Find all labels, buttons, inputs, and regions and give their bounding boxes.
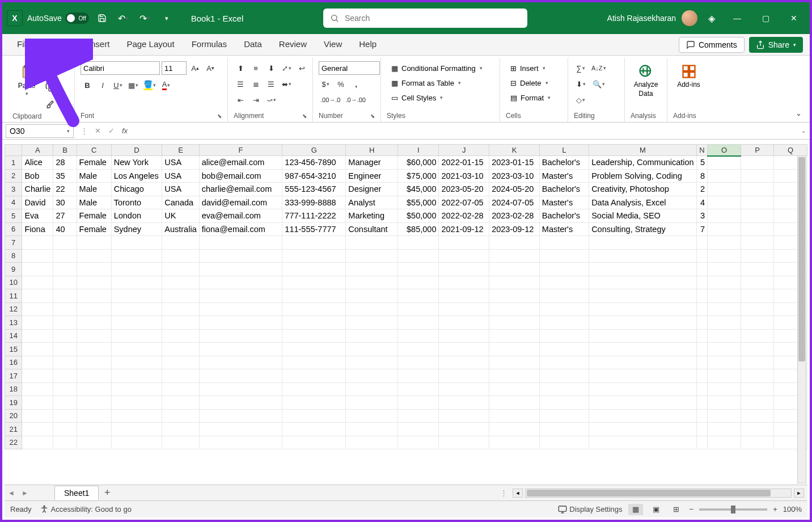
cell-H8[interactable] <box>346 249 398 263</box>
cell-H13[interactable] <box>346 316 398 330</box>
percent-format-button[interactable]: % <box>334 77 348 91</box>
tab-page-layout[interactable]: Page Layout <box>119 35 182 55</box>
cell-J11[interactable] <box>439 289 489 303</box>
cell-A13[interactable] <box>22 316 53 330</box>
cell-M22[interactable] <box>589 436 697 449</box>
cell-C1[interactable]: Female <box>77 156 111 170</box>
cell-O16[interactable] <box>708 356 741 369</box>
cell-C6[interactable]: Female <box>77 222 111 236</box>
cell-H17[interactable] <box>346 369 398 383</box>
zoom-slider[interactable] <box>699 508 767 511</box>
autosave-switch[interactable]: Off <box>65 12 89 24</box>
row-header-10[interactable]: 10 <box>5 276 22 289</box>
sheet-options-button[interactable]: ⋮ <box>497 486 510 500</box>
column-header-Q[interactable]: Q <box>774 145 807 156</box>
cell-N12[interactable] <box>696 302 707 316</box>
minimize-button[interactable]: — <box>726 9 748 27</box>
increase-font-button[interactable]: A▴ <box>188 61 202 75</box>
cell-M2[interactable]: Problem Solving, Coding <box>589 169 697 183</box>
cell-E7[interactable] <box>162 236 199 250</box>
cell-L10[interactable] <box>539 276 589 289</box>
cell-K12[interactable] <box>489 302 540 316</box>
row-header-7[interactable]: 7 <box>5 236 22 250</box>
cell-B14[interactable] <box>53 329 77 343</box>
cell-L21[interactable] <box>539 423 589 436</box>
cell-O7[interactable] <box>708 236 741 250</box>
cell-N19[interactable] <box>696 396 707 410</box>
row-header-13[interactable]: 13 <box>5 316 22 330</box>
cell-A9[interactable] <box>22 263 53 276</box>
cell-C19[interactable] <box>77 396 111 410</box>
cell-M1[interactable]: Leadership, Communication <box>589 156 697 170</box>
cell-P3[interactable] <box>741 183 773 196</box>
cell-N18[interactable] <box>696 382 707 396</box>
save-icon[interactable] <box>94 10 111 27</box>
cell-D17[interactable] <box>111 369 162 383</box>
cell-A19[interactable] <box>22 396 53 410</box>
row-header-6[interactable]: 6 <box>5 222 22 236</box>
cell-K16[interactable] <box>489 356 540 369</box>
row-header-22[interactable]: 22 <box>5 436 22 449</box>
cell-B22[interactable] <box>53 436 77 449</box>
cell-A12[interactable] <box>22 302 53 316</box>
cell-J18[interactable] <box>439 382 489 396</box>
conditional-formatting-button[interactable]: ▦Conditional Formatting▾ <box>387 61 487 75</box>
cell-I13[interactable] <box>398 316 439 330</box>
cell-M5[interactable]: Social Media, SEO <box>589 209 697 223</box>
cell-B11[interactable] <box>53 289 77 303</box>
cell-I3[interactable]: $45,000 <box>398 183 439 196</box>
name-box-options[interactable]: ⋮ <box>77 124 91 138</box>
qat-customize-button[interactable]: ▾ <box>158 10 175 27</box>
cell-H10[interactable] <box>346 276 398 289</box>
cell-H5[interactable]: Marketing <box>346 209 398 223</box>
cell-E4[interactable]: Canada <box>162 196 199 209</box>
cell-A16[interactable] <box>22 356 53 369</box>
cell-C17[interactable] <box>77 369 111 383</box>
cell-A5[interactable]: Eva <box>22 209 53 223</box>
cell-H16[interactable] <box>346 356 398 369</box>
number-format-select[interactable] <box>319 61 380 75</box>
cell-E14[interactable] <box>162 329 199 343</box>
cell-H11[interactable] <box>346 289 398 303</box>
cell-K14[interactable] <box>489 329 540 343</box>
enter-formula-button[interactable]: ✓ <box>104 124 118 138</box>
cell-H12[interactable] <box>346 302 398 316</box>
tab-insert[interactable]: Insert <box>81 35 118 55</box>
cell-F20[interactable] <box>199 409 282 423</box>
cell-L22[interactable] <box>539 436 589 449</box>
row-header-17[interactable]: 17 <box>5 369 22 383</box>
column-header-K[interactable]: K <box>489 145 540 156</box>
cell-L16[interactable] <box>539 356 589 369</box>
cell-K17[interactable] <box>489 369 540 383</box>
maximize-button[interactable]: ▢ <box>754 9 777 27</box>
cell-H2[interactable]: Engineer <box>346 169 398 183</box>
cell-C20[interactable] <box>77 409 111 423</box>
cell-N2[interactable]: 8 <box>696 169 707 183</box>
cell-G16[interactable] <box>282 356 346 369</box>
cell-F12[interactable] <box>199 302 282 316</box>
cell-K21[interactable] <box>489 423 540 436</box>
cell-L15[interactable] <box>539 343 589 356</box>
search-box[interactable] <box>323 9 527 28</box>
cell-M8[interactable] <box>589 249 697 263</box>
diamond-icon[interactable]: ◈ <box>703 10 720 27</box>
column-header-M[interactable]: M <box>589 145 697 156</box>
cell-H22[interactable] <box>346 436 398 449</box>
cell-D18[interactable] <box>111 382 162 396</box>
cell-N14[interactable] <box>696 329 707 343</box>
tab-review[interactable]: Review <box>271 35 315 55</box>
cell-D21[interactable] <box>111 423 162 436</box>
cell-N17[interactable] <box>696 369 707 383</box>
user-name[interactable]: Atish Rajasekharan <box>607 14 676 23</box>
cell-G19[interactable] <box>282 396 346 410</box>
cell-G22[interactable] <box>282 436 346 449</box>
cell-F14[interactable] <box>199 329 282 343</box>
cell-C10[interactable] <box>77 276 111 289</box>
clipboard-dialog-launcher[interactable]: ⬊ <box>64 113 72 121</box>
cell-J13[interactable] <box>439 316 489 330</box>
cell-I11[interactable] <box>398 289 439 303</box>
cell-M3[interactable]: Creativity, Photoshop <box>589 183 697 196</box>
cell-P19[interactable] <box>741 396 773 410</box>
sheet-nav-prev[interactable]: ◄ <box>5 489 18 497</box>
cell-P14[interactable] <box>741 329 773 343</box>
